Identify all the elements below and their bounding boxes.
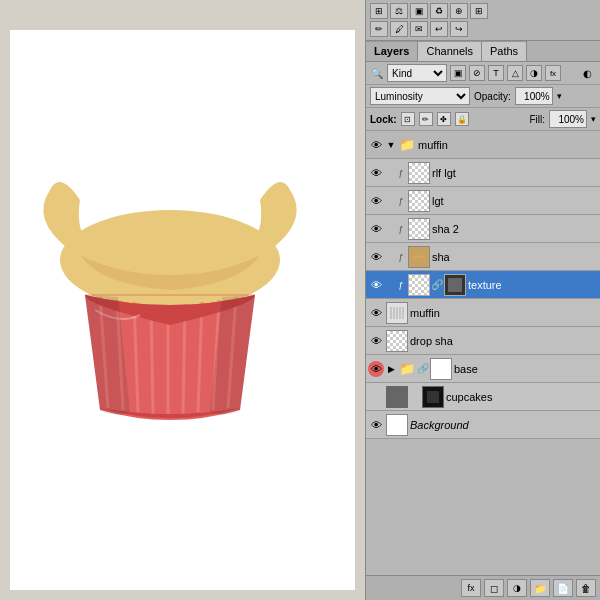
toolbar-icon-2[interactable]: ⚖ bbox=[390, 3, 408, 19]
blend-mode-row: Luminosity Opacity: ▾ bbox=[366, 85, 600, 108]
fill-input[interactable] bbox=[549, 110, 587, 128]
folder-icon-base: 📁 bbox=[398, 360, 416, 378]
btn-group[interactable]: 📁 bbox=[530, 579, 550, 597]
toolbar-icon-3[interactable]: ▣ bbox=[410, 3, 428, 19]
canvas-area bbox=[0, 0, 365, 600]
lock-label: Lock: bbox=[370, 114, 397, 125]
filter-toggle[interactable]: ◐ bbox=[578, 66, 596, 80]
eye-sha2[interactable]: 👁 bbox=[368, 221, 384, 237]
thumb-base bbox=[430, 358, 452, 380]
lock-paint-icon[interactable]: ✏ bbox=[419, 112, 433, 126]
layer-name-background: Background bbox=[410, 419, 598, 431]
eye-base-group[interactable]: 👁 bbox=[368, 361, 384, 377]
layers-list: 👁 ▼ 📁 muffin 👁 ƒ rlf lgt 👁 ƒ lgt 👁 ƒ bbox=[366, 131, 600, 575]
filter-type-icon[interactable]: ▣ bbox=[450, 65, 466, 81]
fill-arrow[interactable]: ▾ bbox=[591, 114, 596, 124]
btn-trash[interactable]: 🗑 bbox=[576, 579, 596, 597]
toolbar-icon-10[interactable]: ↩ bbox=[430, 21, 448, 37]
filter-text-icon[interactable]: T bbox=[488, 65, 504, 81]
layer-item-sha2[interactable]: 👁 ƒ sha 2 bbox=[366, 215, 600, 243]
toolbar-row-2: ✏ 🖊 ✉ ↩ ↪ bbox=[370, 21, 596, 37]
toolbar-row-1: ⊞ ⚖ ▣ ♻ ⊕ ⊞ bbox=[370, 3, 596, 19]
panel-bottom: fx ◻ ◑ 📁 📄 🗑 bbox=[366, 575, 600, 600]
thumb-texture bbox=[408, 274, 430, 296]
tab-paths[interactable]: Paths bbox=[482, 41, 527, 61]
eye-lgt[interactable]: 👁 bbox=[368, 193, 384, 209]
lock-move-icon[interactable]: ✤ bbox=[437, 112, 451, 126]
layer-name-sha: sha bbox=[432, 251, 598, 263]
eye-background[interactable]: 👁 bbox=[368, 417, 384, 433]
blend-mode-select[interactable]: Luminosity bbox=[370, 87, 470, 105]
toolbar-icon-4[interactable]: ♻ bbox=[430, 3, 448, 19]
layer-item-base-group[interactable]: 👁 ▶ 📁 🔗 base bbox=[366, 355, 600, 383]
filter-smart-icon[interactable]: fx bbox=[545, 65, 561, 81]
filter-adj-icon[interactable]: ◑ bbox=[526, 65, 542, 81]
svg-rect-23 bbox=[387, 415, 407, 435]
group-arrow-muffin[interactable]: ▼ bbox=[386, 137, 396, 153]
search-icon: 🔍 bbox=[370, 66, 384, 80]
thumb-drop-sha bbox=[386, 330, 408, 352]
layer-item-lgt[interactable]: 👁 ƒ lgt bbox=[366, 187, 600, 215]
clip-texture: ƒ bbox=[396, 277, 406, 293]
lock-all-icon[interactable]: 🔒 bbox=[455, 112, 469, 126]
layer-item-muffin-layer[interactable]: 👁 muffin bbox=[366, 299, 600, 327]
eye-texture[interactable]: 👁 bbox=[368, 277, 384, 293]
thumb-muffin-layer bbox=[386, 302, 408, 324]
fill-label: Fill: bbox=[529, 114, 545, 125]
filter-pixel-icon[interactable]: ⊘ bbox=[469, 65, 485, 81]
toolbar-icon-11[interactable]: ↪ bbox=[450, 21, 468, 37]
eye-muffin-group[interactable]: 👁 bbox=[368, 137, 384, 153]
layer-item-muffin-group[interactable]: 👁 ▼ 📁 muffin bbox=[366, 131, 600, 159]
group-arrow-base[interactable]: ▶ bbox=[386, 361, 396, 377]
opacity-label: Opacity: bbox=[474, 91, 511, 102]
lock-transparent-icon[interactable]: ⊡ bbox=[401, 112, 415, 126]
btn-adjustment[interactable]: ◑ bbox=[507, 579, 527, 597]
thumb-background bbox=[386, 414, 408, 436]
btn-new[interactable]: 📄 bbox=[553, 579, 573, 597]
toolbar-icon-6[interactable]: ⊞ bbox=[470, 3, 488, 19]
clip-lgt: ƒ bbox=[396, 193, 406, 209]
filter-shape-icon[interactable]: △ bbox=[507, 65, 523, 81]
layers-panel: ⊞ ⚖ ▣ ♻ ⊕ ⊞ ✏ 🖊 ✉ ↩ ↪ Layers Channels Pa… bbox=[365, 0, 600, 600]
toolbar-icon-1[interactable]: ⊞ bbox=[370, 3, 388, 19]
tab-layers[interactable]: Layers bbox=[366, 41, 418, 61]
opacity-input[interactable] bbox=[515, 87, 553, 105]
thumb-lgt bbox=[408, 190, 430, 212]
btn-fx[interactable]: fx bbox=[461, 579, 481, 597]
toolbar-icon-5[interactable]: ⊕ bbox=[450, 3, 468, 19]
layer-item-sha[interactable]: 👁 ƒ sha bbox=[366, 243, 600, 271]
thumb-sha bbox=[408, 246, 430, 268]
layer-name-drop-sha: drop sha bbox=[410, 335, 598, 347]
btn-mask[interactable]: ◻ bbox=[484, 579, 504, 597]
svg-rect-12 bbox=[448, 278, 462, 292]
clip-sha: ƒ bbox=[396, 249, 406, 265]
clip-sha2: ƒ bbox=[396, 221, 406, 237]
panel-toolbar: ⊞ ⚖ ▣ ♻ ⊕ ⊞ ✏ 🖊 ✉ ↩ ↪ bbox=[366, 0, 600, 41]
eye-rlf-lgt[interactable]: 👁 bbox=[368, 165, 384, 181]
chain-texture: 🔗 bbox=[432, 274, 442, 296]
opacity-arrow[interactable]: ▾ bbox=[557, 91, 562, 101]
panel-tabs: Layers Channels Paths bbox=[366, 41, 600, 62]
folder-icon-muffin: 📁 bbox=[398, 136, 416, 154]
layer-item-cupcakes[interactable]: 👁 🔗 cupcakes bbox=[366, 383, 600, 411]
layer-item-rlf-lgt[interactable]: 👁 ƒ rlf lgt bbox=[366, 159, 600, 187]
layer-item-texture[interactable]: 👁 ƒ 🔗 texture bbox=[366, 271, 600, 299]
eye-drop-sha[interactable]: 👁 bbox=[368, 333, 384, 349]
layer-name-rlf-lgt: rlf lgt bbox=[432, 167, 598, 179]
eye-muffin-layer[interactable]: 👁 bbox=[368, 305, 384, 321]
layer-item-drop-sha[interactable]: 👁 drop sha bbox=[366, 327, 600, 355]
thumb2-cupcakes bbox=[422, 386, 444, 408]
kind-select[interactable]: Kind bbox=[387, 64, 447, 82]
toolbar-icon-7[interactable]: ✏ bbox=[370, 21, 388, 37]
toolbar-icon-8[interactable]: 🖊 bbox=[390, 21, 408, 37]
svg-rect-22 bbox=[427, 391, 439, 403]
layer-name-cupcakes: cupcakes bbox=[446, 391, 598, 403]
toolbar-icon-9[interactable]: ✉ bbox=[410, 21, 428, 37]
eye-sha[interactable]: 👁 bbox=[368, 249, 384, 265]
tab-channels[interactable]: Channels bbox=[418, 41, 481, 61]
filter-row: 🔍 Kind ▣ ⊘ T △ ◑ fx ◐ bbox=[366, 62, 600, 85]
cupcake-illustration bbox=[20, 100, 320, 450]
layer-name-sha2: sha 2 bbox=[432, 223, 598, 235]
layer-item-background[interactable]: 👁 Background bbox=[366, 411, 600, 439]
chain-base: 🔗 bbox=[418, 358, 428, 380]
